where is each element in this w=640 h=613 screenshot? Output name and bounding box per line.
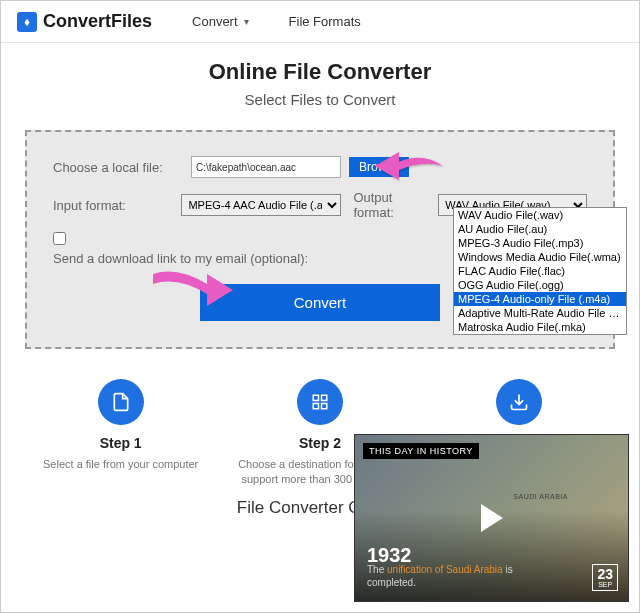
file-icon [98,379,144,425]
browse-button[interactable]: Browse [349,157,409,177]
date-badge: 23 SEP [592,564,618,591]
chevron-down-icon: ▾ [244,16,249,27]
video-ad-overlay[interactable]: THIS DAY IN HISTORY SAUDI ARABIA 1932 Th… [354,434,629,602]
dropdown-option[interactable]: Windows Media Audio File(.wma) [454,250,626,264]
dropdown-option-selected[interactable]: MPEG-4 Audio-only File (.m4a) [454,292,626,306]
download-icon [496,379,542,425]
step-1: Step 1 Select a file from your computer [36,379,206,488]
email-label: Send a download link to my email (option… [53,251,308,266]
choose-file-label: Choose a local file: [53,160,183,175]
step-desc: Select a file from your computer [36,457,206,472]
output-format-label: Output format: [353,190,430,220]
svg-rect-3 [321,404,326,409]
file-row: Choose a local file: Browse [53,156,587,178]
svg-rect-1 [321,395,326,400]
file-path-input[interactable] [191,156,341,178]
video-link[interactable]: unification of Saudi Arabia [387,564,503,575]
svg-rect-2 [313,404,318,409]
video-desc: The unification of Saudi Arabia is compl… [367,563,547,589]
dropdown-option[interactable]: AU Audio File(.au) [454,222,626,236]
convert-button[interactable]: Convert [200,284,440,321]
map-label: SAUDI ARABIA [513,493,568,500]
convert-panel: Choose a local file: Browse Input format… [25,130,615,349]
svg-rect-0 [313,395,318,400]
grid-icon [297,379,343,425]
dropdown-option[interactable]: WAV Audio File(.wav) [454,208,626,222]
dropdown-option[interactable]: OGG Audio File(.ogg) [454,278,626,292]
video-tag: THIS DAY IN HISTORY [363,443,479,459]
email-checkbox[interactable] [53,232,66,245]
play-icon[interactable] [481,504,503,532]
dropdown-option[interactable]: Matroska Audio File(.mka) [454,320,626,334]
input-format-label: Input format: [53,198,173,213]
dropdown-option[interactable]: Adaptive Multi-Rate Audio File (.amr) [454,306,626,320]
output-format-dropdown[interactable]: WAV Audio File(.wav) AU Audio File(.au) … [453,207,627,335]
brand-name: ConvertFiles [43,11,152,32]
top-header: ♦ ConvertFiles Convert ▾ File Formats [1,1,639,43]
dropdown-option[interactable]: FLAC Audio File(.flac) [454,264,626,278]
page-subtitle: Select Files to Convert [1,91,639,108]
nav-file-formats[interactable]: File Formats [289,14,361,29]
brand-logo[interactable]: ♦ ConvertFiles [17,11,152,32]
nav-convert[interactable]: Convert ▾ [192,14,249,29]
logo-icon: ♦ [17,12,37,32]
input-format-select[interactable]: MPEG-4 AAC Audio File (.a [181,194,341,216]
step-title: Step 1 [36,435,206,451]
page-title: Online File Converter [1,59,639,85]
main-nav: Convert ▾ File Formats [192,14,361,29]
dropdown-option[interactable]: MPEG-3 Audio File(.mp3) [454,236,626,250]
hero: Online File Converter Select Files to Co… [1,43,639,116]
